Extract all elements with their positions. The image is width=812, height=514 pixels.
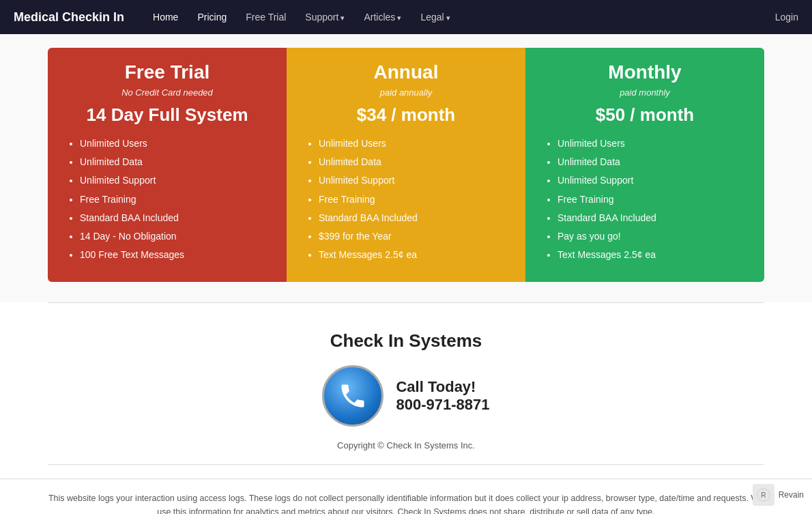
feature-item: 100 Free Text Messages [80,246,270,263]
feature-item: Pay as you go! [557,228,747,245]
call-label: Call Today! [396,378,489,396]
feature-item: Standard BAA Included [319,210,508,227]
feature-item: Unlimited Data [80,154,270,171]
feature-item: Unlimited Users [319,135,508,152]
card-monthly: Monthly paid monthly $50 / month Unlimit… [525,48,764,282]
card-free-features: Unlimited Users Unlimited Data Unlimited… [65,135,270,263]
feature-item: Free Training [319,191,508,208]
feature-item: Unlimited Support [319,172,508,189]
card-annual: Annual paid annually $34 / month Unlimit… [287,48,525,282]
card-monthly-title: Monthly [542,61,747,83]
feature-item: Free Training [557,191,747,208]
nav-link-articles[interactable]: Articles [356,8,409,27]
feature-item: Standard BAA Included [557,210,747,227]
card-free-trial: Free Trial No Credit Card needed 14 Day … [48,48,287,282]
card-annual-price: $34 / month [304,104,508,126]
revain-badge: R Revain [753,484,804,506]
cards-container: Free Trial No Credit Card needed 14 Day … [48,48,764,282]
card-annual-title: Annual [304,61,508,83]
card-monthly-price: $50 / month [542,104,747,126]
feature-item: Unlimited Users [80,135,270,152]
feature-item: Unlimited Support [80,172,270,189]
card-monthly-subtitle: paid monthly [542,87,747,98]
call-text: Call Today! 800-971-8871 [396,378,489,414]
feature-item: Unlimited Data [319,154,508,171]
copyright: Copyright © Check In Systems Inc. [14,440,798,451]
feature-item: Standard BAA Included [80,210,270,227]
feature-item: Unlimited Users [557,135,747,152]
footer-notice: This website logs your interaction using… [0,479,812,514]
nav-links: Home Pricing Free Trial Support Articles… [145,8,775,27]
feature-item: 14 Day - No Obligation [80,228,270,245]
card-monthly-features: Unlimited Users Unlimited Data Unlimited… [542,135,747,263]
nav-link-home[interactable]: Home [145,8,186,27]
revain-label: Revain [779,490,804,500]
nav-link-legal[interactable]: Legal [412,8,458,27]
svg-text:R: R [761,491,766,499]
feature-item: $399 for the Year [319,228,508,245]
call-number[interactable]: 800-971-8871 [396,396,489,414]
feature-item: Unlimited Support [557,172,747,189]
nav-login[interactable]: Login [775,12,798,23]
card-free-subtitle: No Credit Card needed [65,87,270,98]
card-annual-features: Unlimited Users Unlimited Data Unlimited… [304,135,508,263]
navbar: Medical Checkin In Home Pricing Free Tri… [0,0,812,34]
nav-link-pricing[interactable]: Pricing [189,8,235,27]
phone-section: Call Today! 800-971-8871 [14,365,798,427]
nav-link-support[interactable]: Support [297,8,353,27]
card-annual-subtitle: paid annually [304,87,508,98]
feature-item: Unlimited Data [557,154,747,171]
feature-item: Free Training [80,191,270,208]
revain-icon: R [753,484,774,506]
pricing-section: Free Trial No Credit Card needed 14 Day … [0,34,812,302]
phone-icon [322,365,383,427]
nav-link-freetrial[interactable]: Free Trial [237,8,294,27]
card-free-price: 14 Day Full System [65,104,270,126]
nav-brand[interactable]: Medical Checkin In [14,10,124,25]
card-free-title: Free Trial [65,61,270,83]
footer-divider [48,464,764,465]
feature-item: Text Messages 2.5¢ ea [557,246,747,263]
feature-item: Text Messages 2.5¢ ea [319,246,508,263]
bottom-section: Check In Systems Call Today! 800-971-887… [0,303,812,464]
bottom-title: Check In Systems [14,330,798,352]
footer-notice-text: This website logs your interaction using… [48,494,764,514]
